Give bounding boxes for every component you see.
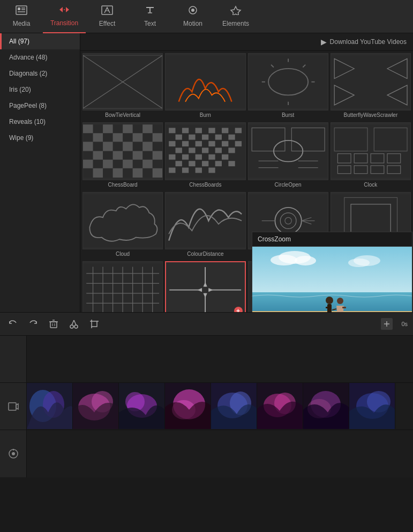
audio-track-icon: [0, 430, 27, 477]
motion-label: Motion: [183, 20, 202, 27]
svg-rect-73: [215, 148, 222, 153]
elements-label: Elements: [222, 20, 249, 27]
transition-clock[interactable]: Clock: [331, 122, 411, 189]
svg-rect-38: [123, 142, 133, 151]
toolbar-elements[interactable]: Elements: [214, 0, 257, 33]
toolbar-motion[interactable]: Motion: [171, 0, 214, 33]
thumb-butterfly: [331, 53, 411, 110]
transition-burst[interactable]: Burst: [248, 53, 328, 120]
popup-title: CrossZoom: [252, 232, 412, 247]
svg-rect-55: [196, 128, 202, 134]
transition-crosszoom[interactable]: + CrossZoom: [165, 261, 245, 312]
transition-chessboards[interactable]: ChessBoards: [165, 122, 245, 189]
transition-bowtie-vertical[interactable]: BowTieVertical: [82, 53, 163, 120]
text-label: Text: [144, 20, 156, 27]
svg-point-155: [354, 255, 380, 266]
svg-rect-78: [209, 154, 215, 160]
svg-rect-36: [83, 142, 93, 151]
sidebar-item-reveals[interactable]: Reveals (10): [0, 114, 80, 130]
svg-rect-33: [113, 134, 123, 142]
crosszoom-popup: CrossZoom: [252, 232, 412, 312]
add-badge: +: [234, 307, 243, 312]
svg-rect-83: [215, 161, 222, 167]
label-cloud: Cloud: [116, 251, 130, 259]
svg-rect-32: [93, 134, 103, 142]
svg-rect-35: [153, 134, 163, 142]
svg-rect-70: [176, 148, 182, 153]
audio-track-content[interactable]: [27, 430, 413, 477]
svg-rect-164: [342, 307, 346, 308]
label-burn: Burn: [200, 112, 211, 120]
svg-rect-30: [123, 125, 133, 134]
effect-icon: [101, 5, 113, 18]
video-track-content[interactable]: [27, 383, 413, 430]
transition-chessboard[interactable]: ChessBoard: [82, 122, 163, 189]
svg-line-176: [74, 320, 76, 325]
sidebar-item-diagonals[interactable]: Diagonals (2): [0, 65, 80, 82]
thumb-clock: [331, 122, 411, 180]
svg-rect-65: [182, 141, 189, 146]
svg-rect-49: [113, 168, 123, 178]
text-icon: [144, 5, 156, 18]
label-chessboard: ChessBoard: [108, 182, 138, 190]
svg-rect-43: [153, 151, 163, 160]
undo-button[interactable]: [5, 316, 20, 331]
sidebar-item-pagepeel[interactable]: PagePeel (8): [0, 98, 80, 114]
thumb-colourdistance: [165, 192, 245, 249]
transition-burn[interactable]: Burn: [165, 53, 245, 120]
thumb-burst: [248, 53, 328, 110]
svg-rect-28: [83, 125, 93, 134]
transition-butterfly[interactable]: ButterflyWaveScrawler: [331, 53, 411, 120]
sidebar-item-all[interactable]: All (97): [0, 33, 80, 49]
video-frame-2: [73, 383, 119, 429]
sidebar-item-advance[interactable]: Advance (48): [0, 49, 80, 65]
thumb-chessboards: [165, 122, 245, 180]
transition-colourdistance[interactable]: ColourDistance: [165, 192, 245, 259]
svg-rect-41: [113, 151, 123, 160]
elements-icon: [230, 5, 242, 18]
label-circleopen: CircleOpen: [275, 182, 302, 190]
svg-rect-58: [235, 128, 242, 134]
toolbar-effect[interactable]: Effect: [86, 0, 129, 33]
svg-rect-47: [142, 160, 153, 168]
thumb-chessboard: [82, 122, 163, 180]
svg-rect-79: [222, 154, 228, 160]
timeline-time: 0s: [401, 321, 408, 327]
svg-rect-53: [169, 128, 175, 134]
svg-point-12: [191, 9, 194, 12]
transition-cloud[interactable]: Cloud: [82, 192, 163, 259]
toolbar-text[interactable]: Text: [129, 0, 171, 33]
transition-crosshatch[interactable]: CrossHatch: [82, 261, 163, 312]
timeline-controls: 0s: [0, 312, 413, 336]
transition-circleopen[interactable]: CircleOpen: [248, 122, 328, 189]
svg-rect-80: [176, 161, 182, 167]
video-strip: [27, 383, 413, 430]
cut-button[interactable]: [66, 316, 81, 331]
thumb-burn: [165, 53, 245, 110]
redo-button[interactable]: [26, 316, 41, 331]
empty-track-icon: [0, 336, 27, 382]
svg-rect-160: [326, 307, 329, 308]
label-chessboards: ChessBoards: [189, 182, 221, 190]
svg-rect-57: [222, 128, 228, 134]
toolbar-media[interactable]: Media: [0, 0, 43, 33]
video-frame-1: [27, 383, 73, 429]
svg-rect-61: [202, 135, 208, 140]
transition-icon: [58, 5, 70, 17]
transition-label: Transition: [50, 19, 78, 27]
toolbar-transition[interactable]: Transition: [43, 0, 86, 33]
sidebar-item-iris[interactable]: Iris (20): [0, 82, 80, 98]
sidebar-item-wipe[interactable]: Wipe (9): [0, 130, 80, 146]
download-youtube-button[interactable]: ▶ Download YouTube Videos: [321, 38, 407, 46]
svg-rect-84: [229, 161, 235, 167]
delete-button[interactable]: [46, 316, 61, 331]
svg-rect-60: [189, 135, 195, 140]
svg-rect-37: [103, 142, 113, 151]
svg-point-153: [295, 256, 316, 265]
label-bowtie-vertical: BowTieVertical: [105, 112, 140, 120]
empty-track-row: [0, 336, 413, 383]
svg-rect-51: [153, 168, 163, 178]
add-track-button[interactable]: [381, 318, 393, 330]
svg-rect-72: [202, 148, 208, 153]
crop-button[interactable]: [87, 316, 102, 331]
